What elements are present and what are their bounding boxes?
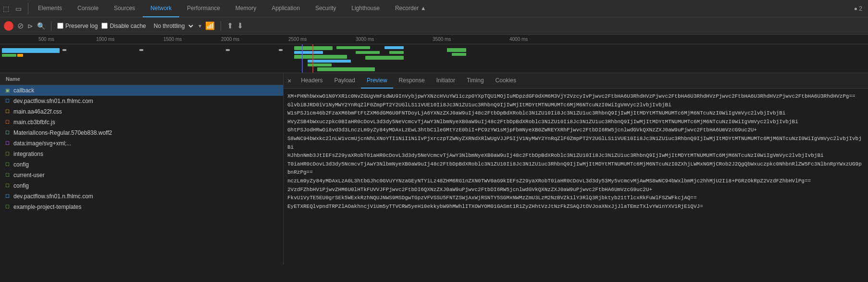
disable-cache-label: Disable cache — [110, 23, 146, 29]
file-item-10[interactable]: ☐ dev.pactflow.sfn01.n.fhlmc.com — [0, 191, 283, 202]
download-icon[interactable]: ⬇ — [237, 21, 243, 30]
clear-button[interactable]: ⊘ — [17, 22, 24, 30]
file-icon-js-3: ☐ — [4, 119, 11, 126]
waterfall-bar-19 — [447, 48, 466, 52]
tab-performance[interactable]: Performance — [179, 0, 228, 17]
waterfall-bar-12 — [308, 64, 332, 66]
file-name-0: callback — [13, 87, 34, 94]
file-list: Name ▣ callback ☐ dev.pactflow.sfn01.n.f… — [0, 73, 284, 265]
file-name-11: example-project-templates — [13, 204, 81, 210]
file-icon-xhr-9: ☐ — [4, 182, 11, 189]
tab-sources[interactable]: Sources — [106, 0, 143, 17]
file-item-7[interactable]: ☐ config — [0, 159, 283, 170]
detail-panel: × Headers Payload Preview Response Initi… — [284, 73, 868, 265]
detail-tab-payload[interactable]: Payload — [329, 73, 361, 89]
throttle-select[interactable]: No throttling Fast 3G Slow 3G Offline — [150, 21, 195, 31]
inspect-icon[interactable]: ⬚ — [0, 3, 12, 14]
file-icon-svg-5: ☐ — [4, 140, 11, 147]
tab-recorder[interactable]: Recorder ▲ — [387, 0, 434, 17]
file-icon-doc-10: ☐ — [4, 193, 11, 200]
file-item-5[interactable]: ☐ data:image/svg+xml;... — [0, 138, 283, 149]
device-icon[interactable]: ▭ — [12, 3, 24, 14]
detail-tab-headers[interactable]: Headers — [295, 73, 328, 89]
file-list-header: Name — [0, 73, 283, 85]
waterfall-bar-17 — [384, 46, 404, 49]
tab-application[interactable]: Application — [264, 0, 308, 17]
detail-tab-initiator[interactable]: Initiator — [431, 73, 461, 89]
disable-cache-checkbox-label[interactable]: Disable cache — [101, 23, 146, 29]
waterfall-bar-20 — [452, 53, 466, 56]
waterfall-bar-15 — [356, 51, 380, 54]
waterfall-bar-9 — [294, 51, 323, 54]
waterfall-bar-1 — [2, 48, 60, 53]
file-icon-xhr-8: ☐ — [4, 172, 11, 179]
file-item-0[interactable]: ▣ callback — [0, 85, 283, 96]
file-item-1[interactable]: ☐ dev.pactflow.sfn01.n.fhlmc.com — [0, 96, 283, 106]
detail-tab-preview[interactable]: Preview — [361, 73, 393, 89]
network-toolbar: ⊘ ⊳ 🔍 Preserve log Disable cache No thro… — [0, 17, 868, 35]
top-toolbar-icons: ⬚ ▭ — [0, 3, 28, 14]
timeline-area: 500 ms 1000 ms 1500 ms 2000 ms 2500 ms 3… — [0, 35, 868, 73]
ruler-mark-1000: 1000 ms — [96, 37, 114, 42]
detail-tab-response[interactable]: Response — [393, 73, 431, 89]
tab-lighthouse[interactable]: Lighthouse — [344, 0, 387, 17]
file-item-6[interactable]: ☐ integrations — [0, 149, 283, 159]
file-item-4[interactable]: ☐ MaterialIcons-Regular.570eb838.woff2 — [0, 128, 283, 138]
waterfall-bar-6 — [226, 49, 230, 51]
detail-close-button[interactable]: × — [287, 77, 291, 85]
ruler-mark-2500: 2500 ms — [288, 37, 307, 42]
tab-console[interactable]: Console — [70, 0, 106, 17]
waterfall-bar-3 — [17, 54, 23, 57]
record-button[interactable] — [4, 21, 13, 31]
marker-line-red — [312, 44, 313, 73]
file-icon-xhr-7: ☐ — [4, 161, 11, 168]
detail-tab-timing[interactable]: Timing — [461, 73, 490, 89]
waterfall-bar-7 — [279, 49, 283, 51]
upload-icon[interactable]: ⬆ — [227, 21, 233, 30]
waterfall-bar-13 — [317, 67, 375, 71]
ruler-mark-3500: 3500 ms — [433, 37, 451, 42]
preserve-log-checkbox[interactable] — [57, 23, 63, 29]
disable-cache-checkbox[interactable] — [101, 23, 108, 29]
waterfall-bar-8 — [294, 46, 333, 50]
ruler-mark-3000: 3000 ms — [356, 37, 374, 42]
file-item-8[interactable]: ☐ current-user — [0, 170, 283, 180]
search-button[interactable]: 🔍 — [37, 22, 45, 30]
detail-content[interactable]: XM+PHNhbWxwO1N0YXR1c0NvZGUgVmFsdWU9InVyb… — [284, 89, 868, 265]
divider-1 — [51, 21, 51, 31]
detail-tab-cookies[interactable]: Cookies — [490, 73, 522, 89]
ruler-mark-500: 500 ms — [38, 37, 54, 42]
main-tab-bar: ⬚ ▭ Elements Console Sources Network Per… — [0, 0, 868, 17]
waterfall-bar-18 — [389, 51, 404, 54]
tab-network[interactable]: Network — [143, 0, 179, 17]
file-name-1: dev.pactflow.sfn01.n.fhlmc.com — [13, 98, 93, 104]
throttle-arrow[interactable]: ▾ — [198, 23, 201, 29]
file-item-3[interactable]: ☐ main.cb3bfbfc.js — [0, 117, 283, 128]
waterfall-bar-4 — [62, 49, 66, 51]
timeline-ruler: 500 ms 1000 ms 1500 ms 2000 ms 2500 ms 3… — [0, 35, 868, 44]
file-item-2[interactable]: ☐ main.aa46a22f.css — [0, 106, 283, 117]
ruler-mark-1500: 1500 ms — [163, 37, 182, 42]
file-icon-css-2: ☐ — [4, 108, 11, 115]
waterfall-bar-14 — [336, 46, 370, 49]
tab-memory[interactable]: Memory — [228, 0, 264, 17]
file-item-11[interactable]: ☐ example-project-templates — [0, 202, 283, 212]
file-name-5: data:image/svg+xml;... — [13, 140, 71, 147]
marker-line-blue — [302, 44, 303, 73]
preserve-log-checkbox-label[interactable]: Preserve log — [57, 23, 98, 29]
ruler-mark-4000: 4000 ms — [509, 37, 528, 42]
preserve-log-label: Preserve log — [65, 23, 98, 29]
tab-security[interactable]: Security — [308, 0, 344, 17]
file-icon-doc-1: ☐ — [4, 98, 11, 104]
file-name-10: dev.pactflow.sfn01.n.fhlmc.com — [13, 193, 93, 200]
file-name-8: current-user — [13, 172, 45, 179]
file-name-6: integrations — [13, 151, 43, 157]
timeline-chart — [0, 44, 868, 73]
waterfall-bar-16 — [365, 56, 404, 60]
file-item-9[interactable]: ☐ config — [0, 180, 283, 191]
detail-tabs-bar: × Headers Payload Preview Response Initi… — [284, 73, 868, 89]
file-icon-font-4: ☐ — [4, 129, 11, 136]
tab-elements[interactable]: Elements — [30, 0, 70, 17]
filter-button[interactable]: ⊳ — [27, 22, 33, 30]
ruler-mark-2000: 2000 ms — [221, 37, 239, 42]
